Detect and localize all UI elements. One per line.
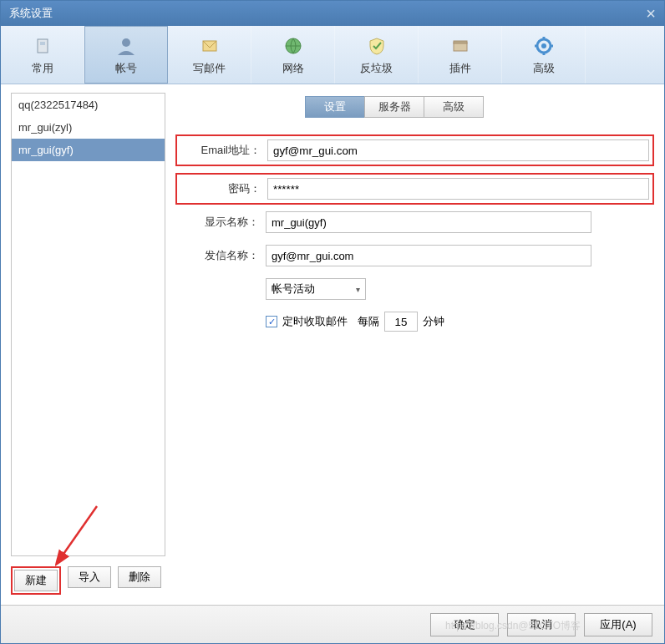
schedule-row: ✓ 定时收取邮件 每隔 分钟 (266, 312, 654, 332)
sender-field[interactable] (266, 245, 591, 266)
toolbar-compose[interactable]: 写邮件 (168, 26, 251, 84)
right-panel: 设置 服务器 高级 Email地址： 密码： 显示名称： 发信名称 (175, 93, 654, 605)
status-row: 帐号活动 ▾ (175, 278, 654, 300)
email-field[interactable] (267, 139, 649, 161)
toolbar-label: 写邮件 (193, 61, 226, 76)
ok-button[interactable]: 确定 (430, 613, 499, 636)
status-value: 帐号活动 (272, 281, 315, 297)
toolbar: 常用 帐号 写邮件 网络 反垃圾 插件 高级 (1, 26, 664, 84)
toolbar-network[interactable]: 网络 (251, 26, 335, 84)
tab-server[interactable]: 服务器 (364, 96, 424, 118)
password-field[interactable] (267, 178, 649, 200)
account-item[interactable]: mr_gui(gyf) (12, 139, 165, 161)
plugin-icon (449, 34, 472, 58)
sender-row: 发信名称： (175, 245, 654, 266)
status-select[interactable]: 帐号活动 ▾ (266, 278, 366, 300)
compose-icon (198, 34, 221, 58)
svg-rect-1 (40, 42, 45, 45)
password-label: 密码： (180, 181, 261, 196)
account-icon (114, 34, 138, 58)
content: qq(2322517484) mr_gui(zyl) mr_gui(gyf) 新… (1, 84, 664, 605)
close-icon[interactable]: × (646, 4, 656, 23)
toolbar-label: 网络 (282, 61, 304, 76)
toolbar-common[interactable]: 常用 (1, 26, 84, 84)
chevron-down-icon: ▾ (356, 285, 360, 294)
gear-icon (532, 34, 556, 58)
account-item[interactable]: mr_gui(zyl) (12, 116, 165, 139)
apply-button[interactable]: 应用(A) (584, 613, 652, 636)
tab-advanced[interactable]: 高级 (424, 96, 484, 118)
display-field[interactable] (266, 211, 591, 233)
toolbar-label: 插件 (449, 61, 471, 76)
toolbar-account[interactable]: 帐号 (84, 26, 168, 84)
toolbar-advanced[interactable]: 高级 (502, 26, 586, 84)
toolbar-label: 反垃圾 (360, 61, 393, 76)
account-form: Email地址： 密码： 显示名称： 发信名称： (175, 134, 654, 332)
common-icon (31, 34, 54, 58)
spam-icon (365, 34, 388, 58)
toolbar-plugin[interactable]: 插件 (419, 26, 502, 84)
toolbar-spam[interactable]: 反垃圾 (335, 26, 419, 84)
account-item[interactable]: qq(2322517484) (12, 94, 165, 116)
schedule-label: 定时收取邮件 (282, 314, 348, 329)
network-icon (282, 34, 305, 58)
sender-label: 发信名称： (175, 248, 259, 263)
password-row-highlight: 密码： (175, 173, 654, 205)
interval-field[interactable] (384, 312, 418, 332)
import-button[interactable]: 导入 (68, 566, 111, 588)
toolbar-label: 常用 (32, 61, 53, 76)
left-panel: qq(2322517484) mr_gui(zyl) mr_gui(gyf) 新… (11, 93, 165, 605)
account-list: qq(2322517484) mr_gui(zyl) mr_gui(gyf) (11, 93, 165, 556)
svg-rect-0 (38, 39, 48, 53)
minutes-label: 分钟 (423, 314, 444, 329)
new-button[interactable]: 新建 (14, 570, 58, 591)
highlight-annotation: 新建 (11, 566, 61, 595)
display-row: 显示名称： (175, 211, 654, 233)
display-label: 显示名称： (175, 215, 259, 230)
email-row-highlight: Email地址： (175, 134, 654, 166)
titlebar: 系统设置 × (1, 1, 664, 26)
toolbar-label: 高级 (533, 61, 555, 76)
account-buttons: 新建 导入 删除 (11, 566, 165, 595)
email-label: Email地址： (180, 143, 261, 158)
cancel-button[interactable]: 取消 (507, 613, 576, 636)
settings-window: 系统设置 × 常用 帐号 写邮件 网络 反垃圾 插件 高级 (0, 0, 665, 644)
interval-prefix: 每隔 (358, 314, 379, 329)
svg-rect-6 (454, 41, 467, 43)
schedule-checkbox[interactable]: ✓ (266, 316, 277, 327)
svg-point-8 (541, 43, 546, 48)
svg-point-2 (122, 38, 130, 47)
tabs: 设置 服务器 高级 (305, 96, 654, 118)
window-title: 系统设置 (9, 6, 53, 21)
delete-button[interactable]: 删除 (118, 566, 161, 588)
toolbar-label: 帐号 (115, 61, 137, 76)
tab-settings[interactable]: 设置 (305, 96, 365, 118)
footer: 确定 取消 应用(A) (1, 605, 664, 643)
